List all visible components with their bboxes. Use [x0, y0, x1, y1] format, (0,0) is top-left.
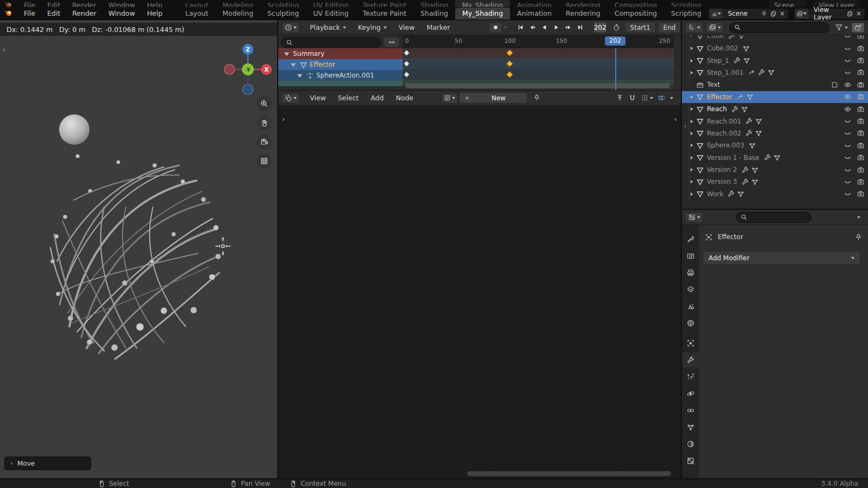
animation-channel[interactable]: Summary [278, 48, 403, 59]
grid-view-button[interactable] [257, 153, 272, 169]
blender-logo-icon[interactable] [4, 9, 12, 18]
display-mode-button[interactable] [706, 22, 724, 33]
viewport-scene[interactable]: Z X -Y [0, 20, 278, 478]
node-sidebar-toggle-icon[interactable] [673, 117, 679, 124]
overlays-options-icon[interactable] [670, 97, 673, 99]
properties-tab-world[interactable] [682, 316, 699, 331]
properties-options-icon[interactable] [857, 216, 860, 219]
object-name[interactable]: Sphere.003 [707, 142, 744, 149]
timeline-horizontal-scrollbar[interactable] [405, 84, 670, 88]
workspace-tab[interactable]: Animation [510, 8, 559, 20]
operator-panel-move[interactable]: Move [4, 457, 91, 470]
workspace-tab[interactable]: My_Shading [455, 8, 510, 20]
expand-icon[interactable] [687, 106, 696, 112]
transport-button[interactable] [551, 22, 562, 33]
menu-item[interactable]: Help [141, 7, 169, 20]
visibility-toggles[interactable] [844, 153, 865, 162]
outliner-row[interactable]: Cube.002 [682, 42, 868, 54]
transport-button[interactable] [575, 22, 586, 33]
navigation-gizmo[interactable]: Z X -Y [225, 44, 272, 95]
outliner-row[interactable]: Text [682, 79, 868, 91]
channel-search-input[interactable] [281, 37, 381, 48]
visibility-toggles[interactable] [844, 117, 865, 125]
properties-tab-modifiers[interactable] [682, 352, 699, 368]
node-editor-menu[interactable]: Node [390, 92, 419, 105]
expand-icon[interactable] [687, 155, 696, 160]
outliner-row[interactable]: Effector [682, 91, 868, 103]
expand-icon[interactable] [687, 179, 696, 184]
timeline-ruler[interactable]: 050100150250202 [403, 35, 674, 48]
frame-start-field[interactable]: Start 1 [625, 22, 656, 33]
playhead-frame-badge[interactable]: 202 [605, 36, 626, 46]
filter-button[interactable] [835, 23, 848, 31]
auto-keying-button[interactable] [489, 22, 502, 33]
properties-tab-view-layer[interactable] [682, 282, 699, 297]
dope-sheet-menu[interactable]: View [393, 21, 421, 34]
object-name[interactable]: Reach [707, 105, 727, 113]
shader-node-editor[interactable]: View Select Add Node New [278, 91, 681, 478]
expand-icon[interactable] [687, 167, 696, 172]
workspace-tab[interactable]: Scripting [664, 8, 709, 20]
outliner-row[interactable]: Step_1 [682, 54, 868, 66]
frame-end-field[interactable]: End [658, 22, 681, 33]
object-name[interactable]: Version 3 [707, 178, 737, 185]
visibility-toggles[interactable] [831, 81, 865, 89]
properties-tab-object-data[interactable] [682, 420, 699, 435]
overlays-icon[interactable] [658, 94, 666, 102]
editor-type-button[interactable] [685, 22, 703, 33]
properties-search-input[interactable] [736, 212, 812, 223]
workspace-tab[interactable]: Rendering [559, 8, 608, 20]
outliner-row[interactable]: Step_1.001 [682, 67, 868, 79]
workspace-tab[interactable]: Sculpting [260, 8, 306, 20]
expand-icon[interactable] [687, 70, 696, 75]
scene-name[interactable]: Scene [723, 10, 761, 17]
dope-sheet-editor[interactable]: Playback Keying View Marker 202 [278, 20, 681, 90]
new-scene-icon[interactable] [770, 10, 777, 17]
pin-icon[interactable] [854, 233, 863, 241]
workspace-tab[interactable]: Compositing [608, 8, 664, 20]
expand-icon[interactable] [687, 191, 696, 197]
properties-tab-object[interactable] [682, 336, 699, 351]
workspace-tab[interactable]: Texture Paint [355, 8, 413, 20]
remove-view-layer-icon[interactable] [856, 10, 862, 17]
node-editor-menu[interactable]: Select [332, 92, 365, 105]
add-modifier-button[interactable]: Add Modifier [703, 251, 860, 265]
new-collection-button[interactable] [851, 22, 865, 33]
expand-operator-icon[interactable] [11, 462, 13, 465]
visibility-toggles[interactable] [844, 56, 865, 65]
menu-item[interactable]: Render [66, 7, 103, 20]
expand-icon[interactable] [687, 46, 696, 51]
outliner-editor[interactable]: Cube Cube.002 Step_1 Step_1.001 [682, 20, 868, 209]
workspace-tab[interactable]: Shading [413, 8, 455, 20]
object-name[interactable]: Cube.002 [707, 44, 738, 52]
properties-tab-particles[interactable] [682, 369, 699, 384]
snap-target-button[interactable] [641, 94, 653, 102]
properties-tab-constraints[interactable] [682, 403, 699, 418]
menu-item[interactable]: Window [103, 7, 141, 20]
outliner-row[interactable]: Work [682, 188, 868, 200]
view-layer-selector[interactable]: View Layer [794, 8, 865, 20]
node-editor-menu[interactable]: Add [365, 92, 390, 105]
outliner-row[interactable]: Version 3 [682, 176, 868, 188]
visibility-toggles[interactable] [844, 142, 865, 150]
dope-sheet-menu[interactable]: Keying [352, 21, 393, 34]
object-name[interactable]: Cube [707, 35, 724, 40]
breadcrumb-object-name[interactable]: Effector [718, 233, 743, 241]
object-name[interactable]: Reach.002 [707, 130, 741, 137]
visibility-toggles[interactable] [844, 68, 865, 76]
expand-icon[interactable] [687, 119, 696, 124]
object-name[interactable]: Work [707, 190, 723, 198]
menu-item[interactable]: Edit [41, 7, 66, 20]
new-material-button[interactable]: New [459, 92, 527, 104]
node-toolbar-toggle-icon[interactable] [280, 117, 286, 124]
outliner-row[interactable]: Reach.002 [682, 127, 868, 139]
object-name[interactable]: Version 1 - Base [707, 154, 760, 162]
expand-icon[interactable] [687, 94, 696, 100]
scene-browse-icon[interactable] [709, 9, 723, 19]
snapping-magnet-icon[interactable] [628, 94, 636, 102]
parent-navigate-icon[interactable] [616, 94, 624, 102]
transport-button[interactable] [563, 22, 574, 33]
animation-channel[interactable]: Effector [278, 59, 403, 70]
workspace-tab[interactable]: UV Editing [306, 8, 355, 20]
camera-view-button[interactable] [257, 134, 272, 150]
